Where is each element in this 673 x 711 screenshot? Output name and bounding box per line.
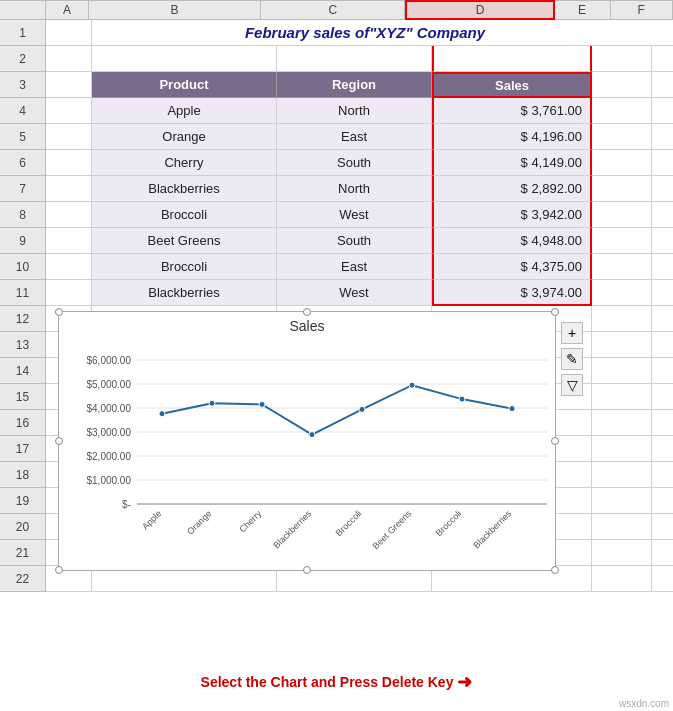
svg-text:$1,000.00: $1,000.00 [87,475,132,486]
chart-title: Sales [59,318,555,334]
chart-style-button[interactable]: ✎ [561,348,583,370]
cell-region-6: South [277,150,432,176]
cell-a9 [46,228,92,254]
cell-sales-9: $ 4,948.00 [432,228,592,254]
col-headers: A B C D E F [0,0,673,20]
row-6: 6 [0,150,46,176]
svg-point-15 [159,411,165,417]
cell-product-8: Broccoli [92,202,277,228]
svg-text:Cherry: Cherry [237,508,264,535]
cell-a2 [46,46,92,72]
svg-point-20 [409,382,415,388]
chart-add-button[interactable]: + [561,322,583,344]
svg-point-22 [509,406,515,412]
chart-icons: + ✎ ▽ [561,322,583,396]
chart-handle-tr [551,308,559,316]
cell-a8 [46,202,92,228]
svg-text:Apple: Apple [140,508,163,531]
cell-e6 [592,150,652,176]
table-row: Broccoli East $ 4,375.00 [46,254,673,280]
row-10: 10 [0,254,46,280]
table-row: Cherry South $ 4,149.00 [46,150,673,176]
cell-sales-10: $ 4,375.00 [432,254,592,280]
chart-handle-tc [303,308,311,316]
chart-handle-mr [551,437,559,445]
row-9: 9 [0,228,46,254]
cell-sales-11: $ 3,974.00 [432,280,592,306]
cell-sales-header: Sales [432,72,592,98]
cell-product-5: Orange [92,124,277,150]
row-2: 2 [0,46,46,72]
cell-a6 [46,150,92,176]
cell-product-11: Blackberries [92,280,277,306]
cell-a11 [46,280,92,306]
cell-product-7: Blackberries [92,176,277,202]
row-21: 21 [0,540,46,566]
cell-product-10: Broccoli [92,254,277,280]
col-header-b: B [89,0,261,20]
svg-text:$3,000.00: $3,000.00 [87,427,132,438]
table-row: February sales of"XYZ" Company [46,20,673,46]
cell-e9 [592,228,652,254]
table-row: Product Region Sales [46,72,673,98]
row-5: 5 [0,124,46,150]
cell-a1 [46,20,92,46]
cell-title: February sales of"XYZ" Company [92,20,638,46]
cell-sales-7: $ 2,892.00 [432,176,592,202]
cell-a3 [46,72,92,98]
svg-point-19 [359,406,365,412]
cell-f4 [652,98,673,124]
cell-e2 [592,46,652,72]
svg-text:$6,000.00: $6,000.00 [87,355,132,366]
cell-f9 [652,228,673,254]
cell-f7 [652,176,673,202]
row-13: 13 [0,332,46,358]
row-12: 12 [0,306,46,332]
cell-sales-8: $ 3,942.00 [432,202,592,228]
cell-e11 [592,280,652,306]
cell-region-5: East [277,124,432,150]
chart-filter-button[interactable]: ▽ [561,374,583,396]
svg-text:Broccoli: Broccoli [434,508,464,538]
table-row: Beet Greens South $ 4,948.00 [46,228,673,254]
chart-handle-tl [55,308,63,316]
cell-f3 [652,72,673,98]
svg-text:$4,000.00: $4,000.00 [87,403,132,414]
cell-sales-6: $ 4,149.00 [432,150,592,176]
cell-a4 [46,98,92,124]
chart-handle-ml [55,437,63,445]
row-1: 1 [0,20,46,46]
row-16: 16 [0,410,46,436]
cell-product-9: Beet Greens [92,228,277,254]
cell-region-9: South [277,228,432,254]
row-18: 18 [0,462,46,488]
chart-handle-bc [303,566,311,574]
svg-text:$-: $- [122,499,131,510]
cell-f12 [652,306,673,332]
watermark: wsxdn.com [619,698,669,709]
cell-e4 [592,98,652,124]
cell-region-header: Region [277,72,432,98]
cell-d2 [432,46,592,72]
cell-c2 [277,46,432,72]
cell-a5 [46,124,92,150]
chart-container[interactable]: Sales $6,000.00 $5,000.00 $4,000.00 $3,0… [58,311,556,571]
table-row: Apple North $ 3,761.00 [46,98,673,124]
table-row [46,46,673,72]
cell-e8 [592,202,652,228]
row-15: 15 [0,384,46,410]
cell-a7 [46,176,92,202]
svg-point-16 [209,400,215,406]
cell-e10 [592,254,652,280]
chart-svg: $6,000.00 $5,000.00 $4,000.00 $3,000.00 … [59,336,557,554]
svg-text:$5,000.00: $5,000.00 [87,379,132,390]
cell-region-7: North [277,176,432,202]
cell-e3 [592,72,652,98]
spreadsheet: A B C D E F 1 2 3 4 5 6 7 8 9 10 11 12 1… [0,0,673,711]
col-header-d: D [405,0,554,20]
svg-text:Beet Greens: Beet Greens [371,508,414,551]
row-19: 19 [0,488,46,514]
instruction-text: Select the Chart and Press Delete Key ➜ [201,671,473,693]
svg-text:Broccoli: Broccoli [334,508,364,538]
row-4: 4 [0,98,46,124]
